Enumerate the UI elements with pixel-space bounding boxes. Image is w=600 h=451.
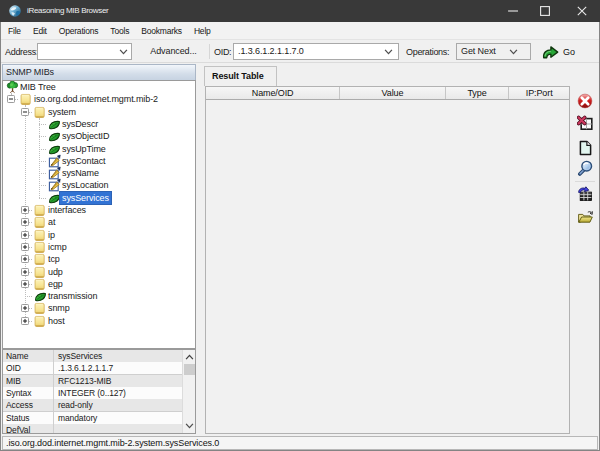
scroll-down-icon[interactable]: [185, 423, 194, 429]
scroll-up-icon[interactable]: [185, 354, 194, 360]
menubar: FileEditOperationsToolsBookmarksHelp: [1, 22, 599, 40]
minimize-button[interactable]: [497, 0, 529, 22]
mib-browser-window: iReasoning MIB Browser FileEditOperation…: [0, 0, 600, 451]
tree-node-syscontact[interactable]: sysContact: [3, 155, 195, 168]
close-button[interactable]: [566, 0, 598, 22]
tree-plus-handle[interactable]: [21, 206, 29, 214]
property-name: MIB: [3, 375, 54, 387]
property-value: mandatory: [54, 412, 184, 424]
new-document-icon: [577, 140, 593, 156]
operations-label: Operations:: [406, 45, 449, 59]
tree-node-at[interactable]: at: [3, 216, 195, 229]
tree-node-sysservices[interactable]: sysServices: [3, 192, 195, 205]
tree-node-sysname[interactable]: sysName: [3, 167, 195, 180]
app-logo-icon: [8, 4, 22, 18]
tree-node-udp[interactable]: udp: [3, 266, 195, 279]
tree-node-sysobjectid[interactable]: sysObjectID: [3, 130, 195, 143]
maximize-icon: [540, 6, 550, 16]
result-tab-strip: Result Table: [204, 66, 598, 86]
column-header-type[interactable]: Type: [446, 87, 510, 99]
advanced-button[interactable]: Advanced...: [143, 43, 204, 60]
operations-select[interactable]: Get Next: [456, 43, 531, 60]
oid-label: OID:: [214, 45, 231, 59]
property-name: Status: [3, 412, 54, 424]
tree-node-icmp[interactable]: icmp: [3, 241, 195, 254]
tree-node-iso-org-dod-internet-mgmt-mib-2[interactable]: iso.org.dod.internet.mgmt.mib-2: [3, 93, 195, 106]
sidebar-header: SNMP MIBs: [2, 64, 196, 81]
side-toolbar-separator: [575, 181, 595, 182]
oid-dropdown-icon[interactable]: [384, 49, 393, 55]
tree-plus-handle[interactable]: [21, 280, 29, 288]
tree-node-snmp[interactable]: snmp: [3, 302, 195, 315]
tree-plus-handle[interactable]: [21, 304, 29, 312]
properties-scrollbar[interactable]: [182, 350, 195, 433]
toolbar: Address:Advanced...OID:.1.3.6.1.2.1.1.7.…: [1, 41, 599, 63]
tree-minus-handle[interactable]: [7, 95, 15, 103]
tree-node-syslocation[interactable]: sysLocation: [3, 179, 195, 192]
stop-button[interactable]: [577, 93, 593, 109]
result-table: Name/OIDValueTypeIP:Port: [205, 86, 570, 434]
tree-plus-handle[interactable]: [21, 231, 29, 239]
menu-file[interactable]: File: [2, 22, 27, 40]
menu-help[interactable]: Help: [188, 22, 217, 40]
tree-plus-handle[interactable]: [21, 218, 29, 226]
tree-minus-handle[interactable]: [21, 108, 29, 116]
property-value: sysServices: [54, 350, 184, 362]
tree-node-transmission[interactable]: transmission: [3, 290, 195, 303]
scrollbar-thumb[interactable]: [184, 364, 195, 375]
export-table-button[interactable]: [577, 186, 593, 202]
tree-node-label: at: [46, 216, 57, 228]
clear-table-button[interactable]: [577, 115, 593, 131]
address-combobox[interactable]: [37, 43, 132, 60]
tree-plus-handle[interactable]: [21, 268, 29, 276]
column-header-ip-port[interactable]: IP:Port: [509, 87, 569, 99]
tree-node-label: transmission: [46, 290, 99, 302]
tree-node-host[interactable]: host: [3, 315, 195, 328]
tree-plus-handle[interactable]: [21, 255, 29, 263]
new-document-button[interactable]: [577, 140, 593, 156]
tree-node-ip[interactable]: ip: [3, 229, 195, 242]
export-table-icon: [577, 186, 593, 202]
tree-node-egp[interactable]: egp: [3, 278, 195, 291]
tree-node-system[interactable]: system: [3, 106, 195, 119]
oid-value: .1.3.6.1.2.1.1.7.0: [238, 45, 304, 58]
tab-result-table[interactable]: Result Table: [204, 66, 277, 86]
tree-node-label: snmp: [46, 302, 72, 314]
property-row: SyntaxINTEGER (0..127): [3, 387, 184, 400]
tree-node-sysdescr[interactable]: sysDescr: [3, 118, 195, 131]
go-button[interactable]: Go: [542, 43, 575, 60]
menu-tools[interactable]: Tools: [104, 22, 135, 40]
property-row: Statusmandatory: [3, 412, 184, 425]
tree-node-label: sysName: [60, 167, 101, 179]
address-dropdown-icon[interactable]: [119, 49, 128, 55]
column-header-value[interactable]: Value: [340, 87, 445, 99]
property-name: Syntax: [3, 387, 54, 399]
menu-bookmarks[interactable]: Bookmarks: [135, 22, 188, 40]
column-header-name-oid[interactable]: Name/OID: [206, 87, 340, 99]
window-title: iReasoning MIB Browser: [27, 0, 108, 22]
result-table-body: [206, 100, 569, 433]
property-value: INTEGER (0..127): [54, 387, 184, 399]
property-value: .1.3.6.1.2.1.1.7: [54, 362, 184, 374]
tree-plus-handle[interactable]: [21, 243, 29, 251]
minimize-icon: [508, 6, 518, 16]
menu-edit[interactable]: Edit: [27, 22, 53, 40]
tree-node-label: sysServices: [60, 192, 111, 204]
find-button[interactable]: [577, 160, 593, 176]
menu-operations[interactable]: Operations: [53, 22, 105, 40]
open-folder-button[interactable]: [577, 209, 593, 225]
tree-node-tcp[interactable]: tcp: [3, 253, 195, 266]
tree-node-interfaces[interactable]: interfaces: [3, 204, 195, 217]
operations-dropdown-icon[interactable]: [509, 49, 518, 55]
tree-node-label: sysUpTime: [60, 143, 108, 155]
tree-node-label: sysContact: [60, 155, 108, 167]
open-folder-icon: [577, 209, 593, 225]
oid-combobox[interactable]: .1.3.6.1.2.1.1.7.0: [233, 43, 399, 60]
tree-node-label: iso.org.dod.internet.mgmt.mib-2: [32, 93, 160, 105]
tree-node-label: host: [46, 315, 67, 327]
maximize-button[interactable]: [529, 0, 561, 22]
tree-node-sysuptime[interactable]: sysUpTime: [3, 143, 195, 156]
tree-plus-handle[interactable]: [21, 317, 29, 325]
tree-node-label: sysObjectID: [60, 130, 111, 142]
go-label: Go: [563, 47, 575, 57]
